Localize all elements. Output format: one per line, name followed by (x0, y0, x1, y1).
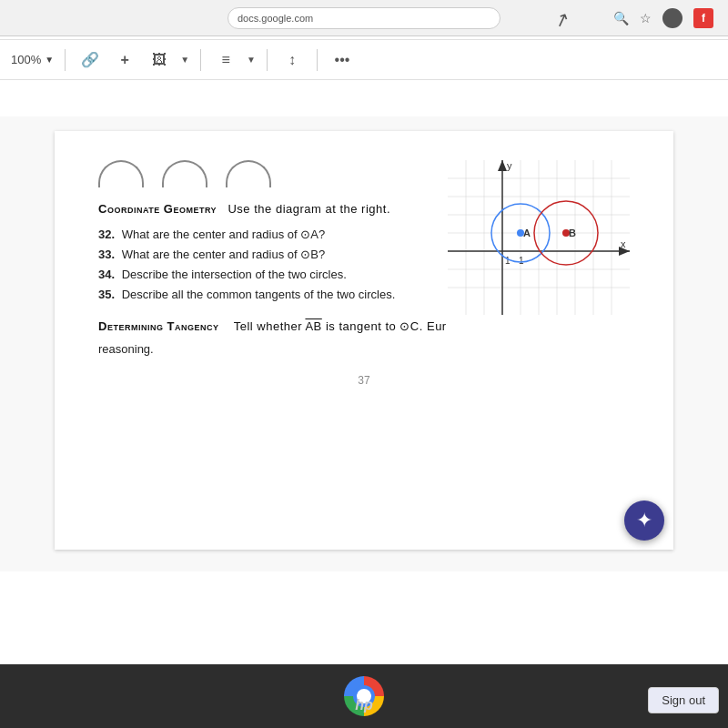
add-comment-button[interactable]: + (111, 46, 138, 74)
align-dropdown-arrow[interactable]: ▼ (247, 55, 256, 65)
add-comment-icon: + (120, 52, 128, 68)
browser-menu-icon[interactable]: f (693, 8, 713, 28)
divider-4 (317, 49, 318, 71)
browser-star-icon[interactable]: ☆ (640, 11, 652, 25)
svg-text:A: A (523, 228, 531, 238)
browser-profile-icon[interactable] (662, 8, 682, 28)
determining-tangency-section: Determining Tangency Tell whether AB is … (98, 319, 630, 356)
divider-2 (200, 49, 201, 71)
svg-text:x: x (621, 238, 626, 249)
format-toolbar: 100% ▼ 🔗 + 🖼 ▼ ≡ ▼ ↕ (0, 40, 728, 80)
arc-1 (98, 160, 144, 187)
zoom-arrow: ▼ (45, 55, 54, 65)
divider-1 (65, 49, 66, 71)
browser-top-bar: docs.google.com 🔍 ☆ f (0, 0, 728, 36)
doc-content-area: y x 1 1 A (0, 116, 728, 571)
screen: docs.google.com 🔍 ☆ f w Insert F (0, 0, 728, 664)
more-icon: ••• (335, 52, 350, 68)
fmt-dropdown-arrow[interactable]: ▼ (180, 55, 189, 65)
arc-3 (226, 160, 271, 187)
more-options-button[interactable]: ••• (329, 46, 356, 74)
link-button[interactable]: 🔗 (76, 46, 104, 74)
section2-text: Tell whether AB is tangent to ⊙C. Eur (230, 319, 447, 333)
section2-title: Determining Tangency Tell whether AB is … (98, 319, 630, 333)
url-bar[interactable]: docs.google.com (228, 7, 500, 29)
section1-title-text: Coordinate Geometry (98, 202, 220, 216)
link-icon: 🔗 (81, 51, 99, 68)
svg-text:1: 1 (519, 256, 524, 266)
arc-2 (162, 160, 207, 187)
svg-text:y: y (507, 160, 512, 171)
image-icon: 🖼 (152, 52, 167, 68)
ai-assistant-button[interactable]: ✦ (624, 500, 664, 541)
image-button[interactable]: 🖼 (146, 46, 173, 74)
browser-search-icon[interactable]: 🔍 (613, 11, 629, 25)
zoom-label: 100% (11, 53, 41, 66)
doc-page: y x 1 1 A (55, 131, 673, 550)
line-spacing-button[interactable]: ↕ (278, 46, 306, 74)
page-number: 37 (98, 374, 630, 387)
divider-3 (267, 49, 268, 71)
zoom-selector[interactable]: 100% ▼ (11, 53, 54, 66)
svg-text:B: B (569, 228, 576, 238)
url-text: docs.google.com (238, 13, 313, 24)
svg-marker-18 (498, 160, 507, 171)
ai-star-icon: ✦ (636, 509, 652, 532)
align-button[interactable]: ≡ (212, 46, 239, 74)
sign-out-button[interactable]: Sign out (648, 687, 719, 713)
taskbar: hp Sign out (0, 664, 728, 728)
align-icon: ≡ (221, 52, 229, 68)
diagram-svg: y x 1 1 A (448, 160, 630, 315)
section1-subtitle: Use the diagram at the right. (228, 202, 390, 216)
laptop-frame: docs.google.com 🔍 ☆ f w Insert F (0, 0, 728, 728)
hp-logo: hp (355, 697, 373, 713)
section2-reasoning: reasoning. (98, 342, 630, 356)
geometry-diagram: y x 1 1 A (448, 160, 630, 315)
line-spacing-icon: ↕ (288, 52, 296, 68)
